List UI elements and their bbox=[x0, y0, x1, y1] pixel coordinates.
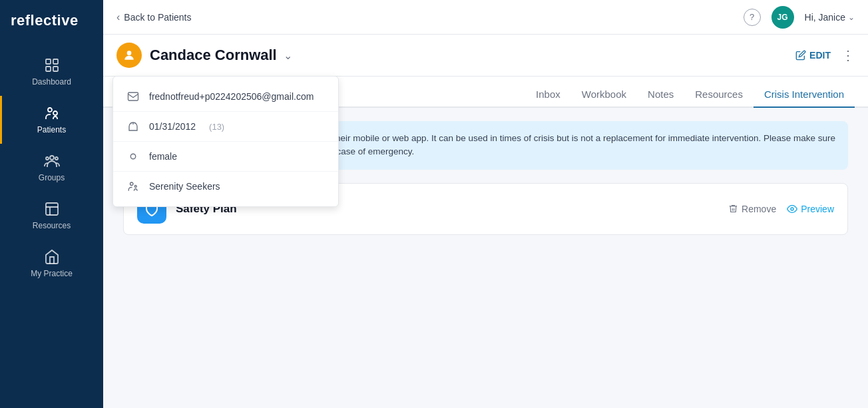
main-area: ‹ Back to Patients ? JG Hi, Janice ⌄ Can… bbox=[103, 0, 868, 408]
gender-icon bbox=[126, 150, 140, 163]
sidebar-nav: Dashboard Patients Groups bbox=[0, 48, 103, 288]
svg-point-7 bbox=[46, 157, 49, 160]
svg-rect-9 bbox=[46, 203, 58, 215]
patient-avatar bbox=[116, 43, 142, 68]
topbar-actions: ? JG Hi, Janice ⌄ bbox=[744, 6, 855, 29]
tab-inbox[interactable]: Inbox bbox=[525, 82, 571, 108]
back-arrow-icon: ‹ bbox=[116, 11, 120, 23]
edit-label: EDIT bbox=[809, 50, 831, 61]
patient-dropdown-chevron-icon[interactable]: ⌄ bbox=[284, 49, 292, 62]
user-avatar: JG bbox=[771, 6, 794, 29]
svg-point-12 bbox=[130, 154, 136, 159]
greeting-text: Hi, Janice bbox=[805, 12, 845, 23]
svg-point-4 bbox=[48, 108, 52, 112]
more-options-icon[interactable]: ⋮ bbox=[841, 47, 855, 63]
group-icon bbox=[126, 180, 140, 193]
back-label: Back to Patients bbox=[124, 12, 191, 23]
svg-point-8 bbox=[55, 157, 58, 160]
patient-dob: 01/31/2012 bbox=[149, 121, 196, 132]
patient-dropdown-panel: frednotfreud+p0224202506@gmail.com 01/31… bbox=[112, 76, 339, 207]
patient-name: Candace Cornwall bbox=[150, 47, 277, 64]
preview-button[interactable]: Preview bbox=[787, 204, 834, 214]
remove-label: Remove bbox=[742, 204, 776, 214]
remove-button[interactable]: Remove bbox=[728, 204, 776, 214]
svg-rect-3 bbox=[53, 67, 58, 71]
tab-crisis-intervention[interactable]: Crisis Intervention bbox=[754, 82, 855, 108]
chevron-down-icon: ⌄ bbox=[848, 13, 855, 22]
dropdown-email-item: frednotfreud+p0224202506@gmail.com bbox=[113, 82, 338, 112]
svg-point-6 bbox=[50, 156, 54, 160]
svg-rect-0 bbox=[46, 59, 51, 64]
patient-email: frednotfreud+p0224202506@gmail.com bbox=[149, 91, 314, 102]
svg-point-13 bbox=[130, 182, 134, 186]
patient-header: Candace Cornwall ⌄ EDIT ⋮ frednotfreud+p… bbox=[103, 35, 868, 77]
sidebar-item-resources[interactable]: Resources bbox=[0, 192, 103, 240]
svg-point-21 bbox=[791, 208, 793, 210]
svg-rect-1 bbox=[53, 59, 58, 64]
dropdown-group-item: Serenity Seekers bbox=[113, 172, 338, 201]
svg-rect-2 bbox=[46, 67, 51, 71]
sidebar-item-my-practice[interactable]: My Practice bbox=[0, 240, 103, 288]
svg-point-14 bbox=[134, 186, 136, 188]
dropdown-dob-item: 01/31/2012 (13) bbox=[113, 112, 338, 142]
tab-resources[interactable]: Resources bbox=[684, 82, 754, 108]
sidebar: reflective Dashboard Patients bbox=[0, 0, 103, 408]
email-icon bbox=[126, 90, 140, 103]
sidebar-item-groups[interactable]: Groups bbox=[0, 144, 103, 192]
tab-workbook[interactable]: Workbook bbox=[571, 82, 637, 108]
svg-point-10 bbox=[127, 51, 132, 55]
preview-label: Preview bbox=[801, 204, 834, 214]
app-logo: reflective bbox=[0, 0, 103, 41]
svg-point-5 bbox=[53, 111, 57, 115]
card-actions: Remove Preview bbox=[728, 204, 834, 214]
topbar: ‹ Back to Patients ? JG Hi, Janice ⌄ bbox=[103, 0, 868, 35]
dropdown-gender-item: female bbox=[113, 142, 338, 172]
sidebar-item-patients[interactable]: Patients bbox=[0, 96, 103, 144]
back-to-patients-link[interactable]: ‹ Back to Patients bbox=[116, 11, 192, 23]
help-icon[interactable]: ? bbox=[744, 9, 761, 26]
user-greeting[interactable]: Hi, Janice ⌄ bbox=[805, 12, 855, 23]
tab-notes[interactable]: Notes bbox=[637, 82, 684, 108]
patient-gender: female bbox=[149, 151, 177, 162]
birthday-icon bbox=[126, 120, 140, 133]
edit-button[interactable]: EDIT bbox=[795, 50, 831, 61]
sidebar-item-dashboard[interactable]: Dashboard bbox=[0, 48, 103, 96]
svg-rect-11 bbox=[128, 93, 138, 101]
patient-group: Serenity Seekers bbox=[149, 181, 220, 192]
patient-age: (13) bbox=[209, 122, 224, 132]
